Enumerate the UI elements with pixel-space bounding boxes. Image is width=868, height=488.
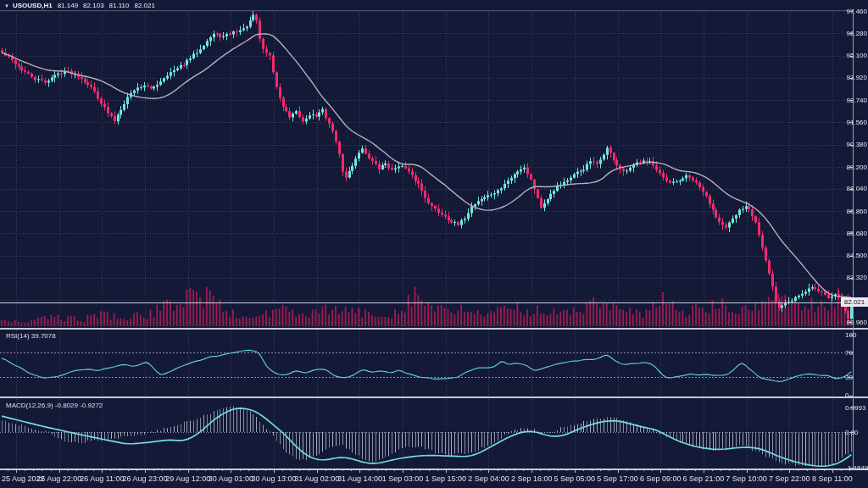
rsi-tick-label: 30 bbox=[845, 374, 853, 381]
price-axis[interactable]: 97.46096.28095.10093.92092.74091.56090.3… bbox=[843, 0, 868, 470]
price-tick-label: 93.920 bbox=[843, 74, 867, 81]
chart-window: ▼ USOUSD,H1 81.149 82.103 81.110 82.021 … bbox=[0, 0, 868, 488]
time-tick-label: 30 Aug 01:00 bbox=[206, 474, 255, 483]
chart-title: ▼ USOUSD,H1 81.149 82.103 81.110 82.021 bbox=[4, 2, 155, 9]
price-tick-label: 97.460 bbox=[843, 8, 867, 15]
time-tick-label: 2 Sep 04:00 bbox=[464, 474, 513, 483]
time-tick-label: 1 Sep 15:00 bbox=[421, 474, 470, 483]
price-tick-label: 84.500 bbox=[843, 252, 867, 259]
price-tick-label: 85.680 bbox=[843, 230, 867, 237]
time-tick-label: 7 Sep 22:00 bbox=[765, 474, 814, 483]
price-tick-label: 88.040 bbox=[843, 185, 867, 192]
time-axis[interactable]: 25 Aug 202225 Aug 22:0026 Aug 11:0026 Au… bbox=[0, 470, 868, 488]
rsi-tick-label: 70 bbox=[845, 349, 853, 357]
time-tick-label: 6 Sep 09:00 bbox=[636, 474, 685, 483]
macd-tick-label: 0.9993 bbox=[845, 404, 865, 412]
time-tick-label: 5 Sep 17:00 bbox=[593, 474, 643, 483]
price-tick-label: 96.280 bbox=[843, 30, 867, 37]
time-tick-label: 26 Aug 23:00 bbox=[120, 474, 170, 483]
price-tick-label: 92.740 bbox=[843, 97, 867, 104]
time-tick-label: 2 Sep 16:00 bbox=[507, 474, 556, 483]
time-tick-label: 8 Sep 11:00 bbox=[808, 474, 857, 483]
time-tick-label: 7 Sep 10:00 bbox=[722, 474, 771, 483]
time-tick-label: 1 Sep 03:00 bbox=[378, 474, 427, 483]
macd-tick-label: 0.00 bbox=[845, 429, 859, 436]
price-tick-label: 89.200 bbox=[843, 164, 867, 171]
symbol-timeframe: USOUSD,H1 bbox=[13, 2, 53, 9]
price-tick-label: 95.100 bbox=[843, 52, 867, 59]
rsi-label: RSI(14) 39.7078 bbox=[6, 332, 56, 340]
title-low: 81.110 bbox=[109, 2, 130, 9]
time-tick-label: 31 Aug 02:00 bbox=[292, 474, 342, 483]
price-tick-label: 91.560 bbox=[843, 119, 867, 126]
time-tick-label: 26 Aug 11:00 bbox=[77, 474, 126, 483]
title-open: 81.149 bbox=[58, 2, 78, 9]
price-chart-canvas[interactable] bbox=[0, 0, 868, 488]
time-tick-label: 25 Aug 22:00 bbox=[35, 474, 84, 483]
title-close: 82.021 bbox=[134, 2, 154, 9]
collapse-icon[interactable]: ▼ bbox=[4, 3, 9, 8]
time-tick-label: 6 Sep 21:00 bbox=[679, 474, 728, 483]
title-high: 82.103 bbox=[83, 2, 103, 9]
rsi-tick-label: 0 bbox=[845, 391, 849, 399]
price-tick-label: 80.960 bbox=[843, 319, 867, 326]
price-tick-label: 83.320 bbox=[843, 274, 867, 281]
price-tick-label: 90.380 bbox=[843, 141, 867, 148]
rsi-tick-label: 100 bbox=[845, 331, 856, 339]
time-tick-label: 31 Aug 14:00 bbox=[335, 474, 384, 483]
time-tick-label: 30 Aug 13:00 bbox=[249, 474, 298, 483]
time-tick-label: 5 Sep 05:00 bbox=[550, 474, 599, 483]
time-tick-label: 29 Aug 12:00 bbox=[164, 474, 213, 483]
price-tick-label: 86.860 bbox=[843, 208, 867, 215]
macd-label: MACD(12,26,9) -0.8029 -0.9272 bbox=[6, 402, 103, 409]
current-price-badge: 82.021 bbox=[841, 297, 868, 307]
